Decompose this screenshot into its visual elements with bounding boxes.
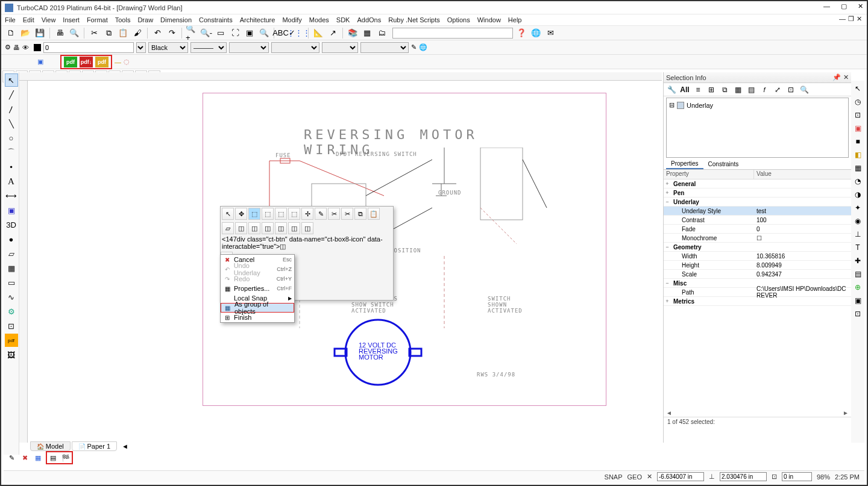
ct-cyl4-icon[interactable]: ⬚ bbox=[288, 208, 300, 220]
blocks-icon[interactable]: ▦ bbox=[361, 27, 373, 39]
selection-tree[interactable]: ⊟ Underlay bbox=[666, 98, 849, 158]
ct-box7-icon[interactable]: ◫ bbox=[301, 222, 313, 234]
tab-properties[interactable]: Properties bbox=[666, 159, 703, 169]
print-preview-icon[interactable]: 🔍 bbox=[68, 27, 80, 39]
menu-sdk[interactable]: SDK bbox=[336, 16, 350, 23]
dim-dropdown[interactable] bbox=[322, 42, 358, 53]
pdf-import-icon[interactable]: pdf↓ bbox=[80, 57, 93, 67]
pdf-insert-icon[interactable]: pdf bbox=[64, 57, 77, 67]
cut-icon[interactable]: ✂ bbox=[88, 27, 100, 39]
panel-pin-icon[interactable]: 📌 bbox=[832, 73, 841, 81]
snap-8-icon[interactable]: ◔ bbox=[852, 176, 863, 187]
prop-row[interactable]: Width10.365816 bbox=[664, 252, 851, 261]
snap-6-icon[interactable]: ◧ bbox=[852, 149, 863, 160]
snap-3-icon[interactable]: ⊡ bbox=[852, 110, 863, 120]
coord-x-input[interactable] bbox=[657, 472, 704, 481]
layers-icon[interactable]: 📚 bbox=[347, 27, 359, 39]
tab-model[interactable]: 🏠 Model bbox=[30, 441, 71, 451]
dash-icon[interactable]: — bbox=[115, 58, 121, 66]
zoom-page-icon[interactable]: ▣ bbox=[244, 27, 256, 39]
snap-15-icon[interactable]: ▤ bbox=[852, 269, 863, 279]
filter-all[interactable]: All bbox=[679, 84, 690, 95]
block-tool-icon[interactable]: ▣ bbox=[5, 204, 18, 217]
prop-row[interactable]: Height8.009949 bbox=[664, 261, 851, 270]
print-style-icon[interactable]: 🖶 bbox=[13, 44, 20, 51]
pdf-export-icon[interactable]: pdf bbox=[95, 57, 108, 67]
menu-dimension[interactable]: Dimension bbox=[160, 16, 192, 23]
measure-icon[interactable]: 📐 bbox=[312, 27, 324, 39]
snap-18-icon[interactable]: ⊡ bbox=[852, 308, 863, 319]
menu-window[interactable]: Window bbox=[477, 16, 501, 23]
cm-redo[interactable]: ↷RedoCtrl+Y bbox=[221, 274, 294, 284]
snap-13-icon[interactable]: T bbox=[852, 242, 863, 253]
text-tool-icon[interactable]: A bbox=[5, 175, 18, 188]
cm-properties[interactable]: ▦Properties...Ctrl+F bbox=[221, 284, 294, 293]
zoom-level[interactable]: 98% bbox=[817, 473, 830, 481]
mdi-close[interactable]: ✕ bbox=[857, 15, 862, 23]
menu-help[interactable]: Help bbox=[508, 16, 522, 23]
zoom-extents-icon[interactable]: ⛶ bbox=[229, 27, 241, 39]
snap-17-icon[interactable]: ▣ bbox=[852, 295, 863, 306]
prop-row[interactable]: +Pen bbox=[664, 188, 851, 198]
filter-6-icon[interactable]: ⤢ bbox=[772, 84, 783, 95]
prop-row[interactable]: Monochrome☐ bbox=[664, 234, 851, 243]
snap-9-icon[interactable]: ◑ bbox=[852, 189, 863, 200]
new-icon[interactable]: 🗋 bbox=[5, 27, 17, 39]
menu-edit[interactable]: Edit bbox=[23, 16, 34, 23]
open-icon[interactable]: 📂 bbox=[19, 27, 31, 39]
bt-layout-icon[interactable]: ▤ bbox=[48, 453, 58, 463]
command-input[interactable] bbox=[392, 28, 513, 39]
style-dropdown[interactable] bbox=[271, 42, 319, 53]
menu-constraints[interactable]: Constraints bbox=[199, 16, 233, 23]
ct-box5-icon[interactable]: ◫ bbox=[275, 222, 287, 234]
wall-tool-icon[interactable]: ▭ bbox=[5, 276, 18, 289]
dimension-tool-icon[interactable]: ⟷ bbox=[5, 189, 18, 202]
ct-trim-icon[interactable]: ✂ bbox=[328, 208, 340, 220]
panel-header[interactable]: Selection Info 📌 ✕ bbox=[664, 72, 851, 83]
snap-4-icon[interactable]: ▣ bbox=[852, 123, 863, 134]
copy-icon[interactable]: ⧉ bbox=[102, 27, 115, 39]
ct-box3-icon[interactable]: ◫ bbox=[248, 222, 260, 234]
props-grid[interactable]: +General+Pen−UnderlayUnderlay StyletestC… bbox=[664, 179, 851, 408]
maximize-button[interactable]: ▢ bbox=[841, 2, 847, 10]
prop-row[interactable]: Contrast100 bbox=[664, 216, 851, 225]
layer-input[interactable] bbox=[43, 42, 134, 53]
zoom-fit-icon[interactable]: 🔍 bbox=[258, 27, 270, 39]
mdi-minimize[interactable]: — bbox=[839, 15, 846, 23]
tab-constraints[interactable]: Constraints bbox=[703, 160, 744, 169]
filter-7-icon[interactable]: ⊡ bbox=[785, 84, 796, 95]
snap-tool-icon[interactable]: ⊡ bbox=[5, 319, 18, 332]
snap-7-icon[interactable]: ▦ bbox=[852, 163, 863, 173]
prop-row[interactable]: Underlay Styletest bbox=[664, 207, 851, 216]
layout-icon[interactable]: ▣ bbox=[37, 58, 43, 66]
web-icon[interactable]: 🌐 bbox=[530, 27, 542, 39]
mail-icon[interactable]: ✉ bbox=[544, 27, 556, 39]
menu-insert[interactable]: Insert bbox=[63, 16, 80, 23]
ct-cyl3-icon[interactable]: ⬚ bbox=[275, 208, 287, 220]
ct-box6-icon[interactable]: ◫ bbox=[288, 222, 300, 234]
eye-icon[interactable]: 👁 bbox=[22, 44, 29, 51]
ct-paste-icon[interactable]: 📋 bbox=[368, 208, 380, 220]
close-button[interactable]: ✕ bbox=[858, 2, 863, 10]
snap-1-icon[interactable]: ↖ bbox=[852, 83, 863, 94]
ct-box2-icon[interactable]: ◫ bbox=[235, 222, 247, 234]
zoom-in-icon[interactable]: 🔍+ bbox=[186, 27, 198, 39]
line-tool-icon[interactable]: ╱ bbox=[5, 88, 18, 101]
snap-16-icon[interactable]: ⊕ bbox=[852, 282, 863, 293]
linetype-dropdown[interactable]: ——— bbox=[190, 42, 227, 53]
geo-indicator[interactable]: GEO bbox=[627, 473, 642, 481]
pen-icon[interactable]: ✎ bbox=[411, 43, 417, 51]
ct-pen-icon[interactable]: ✎ bbox=[315, 208, 327, 220]
ct-box4-icon[interactable]: ◫ bbox=[262, 222, 274, 234]
panel-close-icon[interactable]: ✕ bbox=[843, 73, 849, 81]
ct-box1-icon[interactable]: ▱ bbox=[222, 222, 234, 234]
settings-tool-icon[interactable]: ⚙ bbox=[5, 305, 18, 318]
bt-delete-icon[interactable]: ✖ bbox=[19, 453, 30, 463]
undo-icon[interactable]: ↶ bbox=[151, 27, 163, 39]
cm-undo[interactable]: ↶Undo UnderlayCtrl+Z bbox=[221, 264, 294, 274]
ct-select-icon[interactable]: ↖ bbox=[222, 208, 234, 220]
prop-row[interactable]: −Underlay bbox=[664, 198, 851, 207]
ct-axis-icon[interactable]: ✢ bbox=[301, 208, 313, 220]
brush-icon[interactable]: 🖌 bbox=[131, 27, 143, 39]
arc-tool-icon[interactable]: ⌒ bbox=[5, 146, 18, 159]
